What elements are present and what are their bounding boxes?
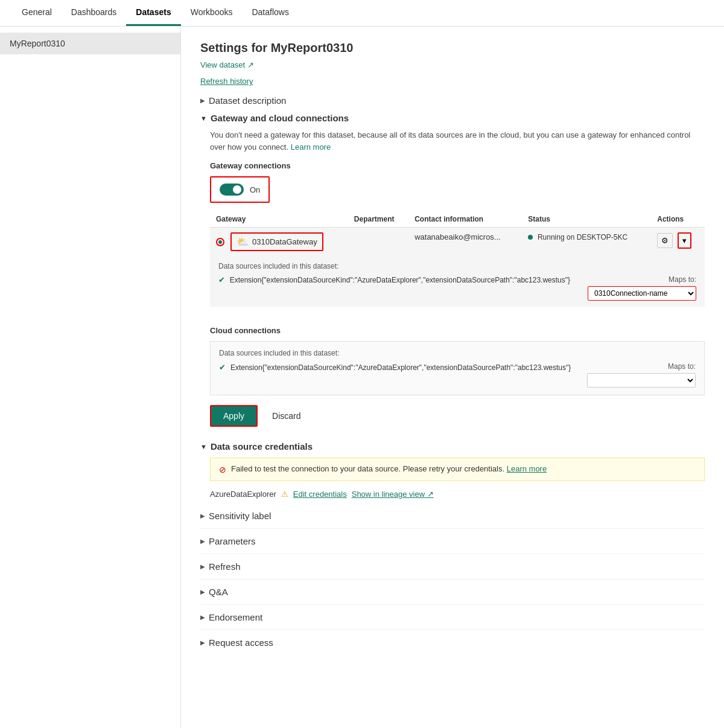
triangle-icon-credentials: ▼ <box>200 443 207 450</box>
cloud-connections-box: Data sources included in this dataset: ✔… <box>210 341 705 395</box>
gateway-section-header[interactable]: ▼ Gateway and cloud connections <box>200 113 705 123</box>
actions-col-header: Actions <box>651 211 705 228</box>
cloud-check-icon: ✔ <box>219 363 226 372</box>
sidebar: MyReport0310 <box>0 27 181 728</box>
gateway-table: Gateway Department Contact information S… <box>210 211 705 316</box>
gateway-description: You don't need a gateway for this datase… <box>210 129 705 153</box>
chevron-down-button[interactable]: ▾ <box>678 232 691 249</box>
triangle-icon: ▶ <box>200 589 205 595</box>
cloud-maps-to-select[interactable]: Connection 1 <box>587 373 696 388</box>
check-icon: ✔ <box>218 275 225 284</box>
datasource-row: ✔ Extension{"extensionDataSourceKind":"A… <box>218 275 696 301</box>
table-row: ⛅ 0310DataGateway watanabeaiko@micros... <box>210 228 705 257</box>
parameters-header[interactable]: ▶ Parameters <box>200 536 705 546</box>
maps-to-label: Maps to: <box>668 275 696 284</box>
department-cell <box>348 228 408 257</box>
sensitivity-label-header[interactable]: ▶ Sensitivity label <box>200 511 705 521</box>
cloud-maps-to-section: Maps to: Connection 1 <box>587 362 696 388</box>
nav-dashboards[interactable]: Dashboards <box>62 0 127 26</box>
gateway-toggle-box: On <box>210 176 270 203</box>
dataset-description-header[interactable]: ▶ Dataset description <box>200 95 705 106</box>
datasources-title: Data sources included in this dataset: <box>218 262 696 270</box>
cloud-datasource-row: ✔ Extension{"extensionDataSourceKind":"A… <box>219 362 696 388</box>
warning-icon: ⊘ <box>219 465 226 474</box>
discard-button[interactable]: Discard <box>265 406 308 426</box>
gateway-name-cell: ⛅ 0310DataGateway <box>210 228 348 257</box>
actions-cell: ⚙ ▾ <box>651 228 705 257</box>
gateway-name-box: ⛅ 0310DataGateway <box>230 232 323 251</box>
triangle-icon: ▶ <box>200 614 205 621</box>
contact-cell: watanabeaiko@micros... <box>408 228 522 257</box>
external-link-icon: ↗ <box>247 60 254 69</box>
sidebar-item-myreport[interactable]: MyReport0310 <box>0 33 180 54</box>
credentials-row: AzureDataExplorer ⚠ Edit credentials Sho… <box>210 490 705 499</box>
credentials-learn-more-link[interactable]: Learn more <box>507 464 547 473</box>
triangle-icon: ▼ <box>200 115 207 122</box>
view-dataset-link[interactable]: View dataset ↗ <box>200 60 254 69</box>
apply-button[interactable]: Apply <box>210 405 258 427</box>
warning-text: Failed to test the connection to your da… <box>231 464 547 473</box>
cloud-datasource-text-cell: ✔ Extension{"extensionDataSourceKind":"A… <box>219 362 571 372</box>
credential-source-label: AzureDataExplorer <box>210 490 276 499</box>
department-col-header: Department <box>348 211 408 228</box>
cloud-icon: ⛅ <box>237 236 249 247</box>
request-access-header[interactable]: ▶ Request access <box>200 637 705 648</box>
nav-workbooks[interactable]: Workbooks <box>181 0 243 26</box>
triangle-icon: ▶ <box>200 563 205 570</box>
toggle-label: On <box>250 185 260 194</box>
nav-dataflows[interactable]: Dataflows <box>242 0 298 26</box>
gateway-col-header: Gateway <box>210 211 348 228</box>
cloud-connections-subtitle: Cloud connections <box>210 326 705 335</box>
page-title: Settings for MyReport0310 <box>200 41 705 55</box>
triangle-icon: ▶ <box>200 538 205 544</box>
show-lineage-link[interactable]: Show in lineage view ↗ <box>352 490 434 499</box>
triangle-icon: ▶ <box>200 512 205 519</box>
data-source-credentials-body: ⊘ Failed to test the connection to your … <box>200 458 705 499</box>
refresh-header[interactable]: ▶ Refresh <box>200 561 705 572</box>
radio-button[interactable] <box>216 238 224 246</box>
status-cell: Running on DESKTOP-5KC <box>522 228 651 257</box>
gateway-section-body: You don't need a gateway for this datase… <box>200 129 705 427</box>
endorsement-header[interactable]: ▶ Endorsement <box>200 612 705 622</box>
nav-datasets[interactable]: Datasets <box>126 0 180 26</box>
qa-header[interactable]: ▶ Q&A <box>200 587 705 597</box>
gateway-connections-subtitle: Gateway connections <box>210 161 705 170</box>
status-col-header: Status <box>522 211 651 228</box>
gateway-datasource-box: Data sources included in this dataset: ✔… <box>210 256 705 307</box>
triangle-icon: ▶ <box>200 639 205 646</box>
maps-to-section: Maps to: 0310Connection-name Other conne… <box>588 275 696 301</box>
warning-triangle-icon: ⚠ <box>281 490 288 499</box>
datasource-text-cell: ✔ Extension{"extensionDataSourceKind":"A… <box>218 275 570 284</box>
maps-to-select[interactable]: 0310Connection-name Other connection <box>588 286 696 301</box>
top-navigation: General Dashboards Datasets Workbooks Da… <box>0 0 724 27</box>
warning-box: ⊘ Failed to test the connection to your … <box>210 458 705 481</box>
action-buttons: Apply Discard <box>210 405 705 427</box>
status-dot <box>528 235 533 240</box>
gateway-toggle[interactable] <box>220 184 244 196</box>
nav-general[interactable]: General <box>12 0 62 26</box>
data-source-credentials-header[interactable]: ▼ Data source credentials <box>200 441 705 452</box>
external-link-icon-lineage: ↗ <box>427 490 434 499</box>
datasources-row: Data sources included in this dataset: ✔… <box>210 256 705 316</box>
triangle-icon: ▶ <box>200 97 205 104</box>
contact-col-header: Contact information <box>408 211 522 228</box>
cloud-datasources-title: Data sources included in this dataset: <box>219 349 696 357</box>
gateway-learn-more-link[interactable]: Learn more <box>291 142 331 152</box>
main-content: Settings for MyReport0310 View dataset ↗… <box>181 27 724 728</box>
status-text: Running on DESKTOP-5KC <box>538 233 627 241</box>
refresh-history-link[interactable]: Refresh history <box>200 77 705 86</box>
cloud-maps-to-label: Maps to: <box>668 362 696 371</box>
cloud-datasource-text: Extension{"extensionDataSourceKind":"Azu… <box>230 363 571 372</box>
gear-button[interactable]: ⚙ <box>657 233 673 248</box>
page-layout: MyReport0310 Settings for MyReport0310 V… <box>0 27 724 728</box>
datasource-text: Extension{"extensionDataSourceKind":"Azu… <box>230 276 570 284</box>
edit-credentials-link[interactable]: Edit credentials <box>293 490 347 499</box>
